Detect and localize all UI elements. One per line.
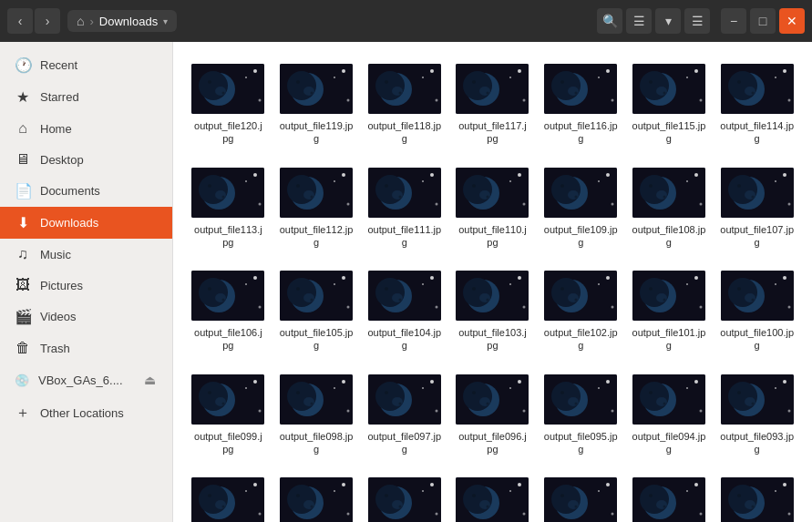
- list-view-button[interactable]: ☰: [626, 8, 652, 34]
- sidebar-item-home[interactable]: ⌂ Home: [0, 113, 172, 144]
- minimize-button[interactable]: −: [721, 8, 746, 34]
- file-thumbnail: [632, 477, 705, 522]
- svg-point-290: [551, 485, 581, 514]
- svg-point-188: [787, 306, 790, 309]
- svg-point-70: [245, 180, 247, 182]
- file-item[interactable]: output_file089.jpg: [452, 470, 533, 522]
- file-item[interactable]: output_file105.jpg: [276, 263, 357, 360]
- file-item[interactable]: output_file107.jpg: [716, 160, 797, 257]
- svg-point-25: [422, 77, 424, 78]
- svg-point-20: [375, 71, 405, 100]
- view-options-button[interactable]: ▾: [655, 8, 681, 34]
- svg-point-98: [523, 202, 526, 205]
- svg-point-94: [472, 184, 476, 188]
- svg-point-159: [518, 276, 521, 280]
- sidebar-item-desktop[interactable]: 🖥 Desktop: [0, 144, 172, 175]
- file-thumbnail: [721, 374, 794, 425]
- file-item[interactable]: output_file095.jpg: [540, 367, 622, 464]
- svg-point-302: [663, 506, 665, 508]
- file-item[interactable]: output_file096.jpg: [452, 367, 533, 464]
- sidebar-item-videos[interactable]: 🎬 Videos: [0, 301, 172, 333]
- svg-point-89: [435, 202, 437, 205]
- file-item[interactable]: output_file094.jpg: [629, 367, 710, 464]
- file-item[interactable]: output_file090.jpg: [364, 470, 445, 522]
- file-item[interactable]: output_file110.jpg: [452, 160, 533, 257]
- back-button[interactable]: ‹: [7, 8, 33, 34]
- file-item[interactable]: output_file113.jpg: [188, 160, 269, 257]
- svg-point-296: [612, 513, 614, 516]
- maximize-button[interactable]: □: [750, 8, 776, 34]
- forward-button[interactable]: ›: [35, 8, 60, 34]
- svg-point-278: [435, 513, 437, 516]
- file-item[interactable]: output_file087.jpg: [629, 470, 710, 522]
- file-item[interactable]: output_file091.jpg: [276, 470, 357, 522]
- svg-point-241: [686, 387, 688, 389]
- file-thumbnail: [632, 271, 705, 321]
- sidebar-home-label: Home: [40, 122, 72, 136]
- file-item[interactable]: output_file118.jpg: [364, 56, 445, 153]
- svg-point-116: [699, 202, 702, 205]
- svg-point-156: [479, 293, 490, 302]
- sidebar-item-pictures[interactable]: 🖼 Pictures: [0, 270, 172, 301]
- file-item[interactable]: output_file102.jpg: [540, 263, 622, 360]
- file-item[interactable]: output_file116.jpg: [540, 56, 622, 153]
- file-thumbnail: [368, 271, 441, 321]
- file-item[interactable]: output_file103.jpg: [452, 263, 533, 360]
- svg-point-29: [463, 71, 492, 100]
- sidebar-item-starred[interactable]: ★ Starred: [0, 81, 172, 113]
- menu-button[interactable]: ☰: [684, 8, 710, 34]
- svg-point-77: [311, 195, 313, 198]
- svg-point-131: [222, 299, 225, 302]
- svg-point-125: [787, 202, 790, 205]
- svg-point-103: [560, 184, 564, 188]
- sidebar-item-downloads[interactable]: ⬇ Downloads: [0, 207, 172, 239]
- disc-icon: 💿: [15, 374, 29, 387]
- sidebar-item-music[interactable]: ♫ Music: [0, 239, 172, 270]
- sidebar-item-vbox[interactable]: 💿 VBox_GAs_6.... ⏏: [0, 363, 172, 396]
- file-item[interactable]: output_file106.jpg: [188, 263, 269, 360]
- file-item[interactable]: output_file120.jpg: [188, 56, 269, 153]
- file-item[interactable]: output_file097.jpg: [364, 367, 445, 464]
- sidebar-item-other-locations[interactable]: ＋ Other Locations: [0, 396, 172, 430]
- eject-button[interactable]: ⏏: [142, 371, 158, 389]
- svg-point-174: [656, 293, 667, 302]
- file-name: output_file100.jpg: [720, 326, 794, 353]
- svg-point-104: [575, 195, 578, 198]
- svg-point-203: [311, 402, 313, 404]
- svg-point-38: [551, 71, 581, 100]
- file-item[interactable]: output_file093.jpg: [716, 367, 797, 464]
- sidebar-item-trash[interactable]: 🗑 Trash: [0, 333, 172, 363]
- file-item[interactable]: output_file099.jpg: [188, 367, 269, 464]
- svg-point-228: [568, 397, 579, 406]
- svg-point-200: [287, 382, 316, 411]
- path-chevron-icon[interactable]: ▾: [163, 16, 168, 26]
- file-item[interactable]: output_file104.jpg: [364, 263, 445, 360]
- search-button[interactable]: 🔍: [597, 8, 622, 34]
- file-item[interactable]: output_file108.jpg: [629, 160, 710, 257]
- file-item[interactable]: output_file101.jpg: [629, 263, 710, 360]
- svg-point-305: [699, 513, 702, 516]
- close-button[interactable]: ✕: [779, 8, 805, 34]
- svg-point-236: [640, 382, 669, 411]
- file-item[interactable]: output_file098.jpg: [276, 367, 357, 464]
- recent-icon: 🕐: [15, 56, 31, 74]
- file-item[interactable]: output_file109.jpg: [540, 160, 622, 257]
- file-item[interactable]: output_file092.jpg: [188, 470, 269, 522]
- device-left: 💿 VBox_GAs_6....: [15, 374, 123, 387]
- file-item[interactable]: output_file119.jpg: [276, 56, 357, 153]
- file-item[interactable]: output_file100.jpg: [716, 263, 797, 360]
- file-thumbnail: [280, 64, 353, 114]
- file-item[interactable]: output_file114.jpg: [716, 56, 797, 153]
- file-item[interactable]: output_file086.jpg: [716, 470, 797, 522]
- svg-point-210: [392, 397, 403, 406]
- file-item[interactable]: output_file112.jpg: [276, 160, 357, 257]
- file-item[interactable]: output_file115.jpg: [629, 56, 710, 153]
- file-item[interactable]: output_file111.jpg: [364, 160, 445, 257]
- file-item[interactable]: output_file088.jpg: [540, 470, 622, 522]
- file-name: output_file104.jpg: [367, 326, 441, 353]
- sidebar-item-documents[interactable]: 📄 Documents: [0, 175, 172, 207]
- file-item[interactable]: output_file117.jpg: [452, 56, 533, 153]
- sidebar-item-recent[interactable]: 🕐 Recent: [0, 49, 172, 81]
- svg-point-206: [347, 409, 350, 412]
- svg-point-167: [575, 299, 578, 302]
